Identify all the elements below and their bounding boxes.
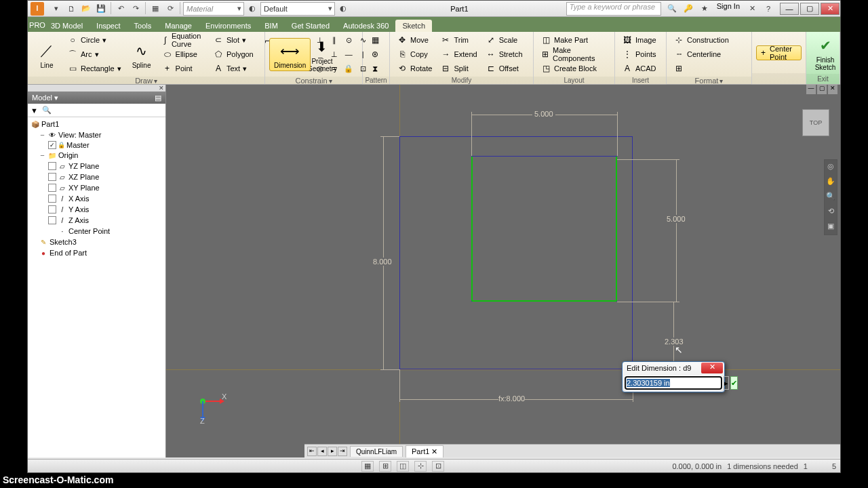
material-picker[interactable]: ◐	[245, 2, 259, 16]
browser-close-icon[interactable]: ✕	[28, 85, 165, 92]
tab-a360[interactable]: Autodesk 360	[336, 20, 395, 32]
collinear-icon[interactable]: ⎯	[313, 47, 327, 61]
tree-zaxis[interactable]: /Z Axis	[29, 215, 164, 226]
finish-sketch-button[interactable]: ✔Finish Sketch	[810, 33, 840, 73]
split-button[interactable]: ⊟Split	[437, 62, 479, 75]
qat-undo[interactable]: ↶	[114, 2, 127, 16]
panel-draw[interactable]: Draw ▾	[28, 77, 264, 85]
sketch-canvas[interactable]: — ▢ ✕ 5.000 8.000	[166, 85, 840, 458]
minimize-button[interactable]: —	[780, 3, 799, 15]
viewcube[interactable]: TOP	[802, 109, 829, 136]
tree-centerpt[interactable]: ·Center Point	[29, 226, 164, 237]
trim-button[interactable]: ✂Trim	[437, 33, 479, 47]
key-icon[interactable]: 🔑	[682, 2, 695, 16]
tab-sketch[interactable]: Sketch	[395, 20, 432, 32]
spline-button[interactable]: ∿Spline	[127, 39, 157, 70]
equal-icon[interactable]: =	[328, 62, 341, 75]
doctab-close-icon[interactable]: ✕	[431, 447, 437, 455]
doctab-part[interactable]: Part1 ✕	[406, 445, 443, 458]
st-slice-icon[interactable]: ◫	[397, 461, 409, 472]
appearance-combo[interactable]: Default	[260, 2, 335, 16]
circle-button[interactable]: ○Circle▾	[64, 33, 124, 47]
perpendicular-icon[interactable]: ⊥	[328, 47, 341, 61]
acad-button[interactable]: AACAD	[619, 62, 659, 75]
tree-sketch[interactable]: ✎Sketch3	[29, 237, 164, 247]
panel-constrain[interactable]: Constrain ▾	[265, 77, 362, 85]
st-show-icon[interactable]: ⊡	[432, 461, 444, 472]
fix-icon[interactable]: 🔒	[342, 62, 355, 75]
concentric-icon[interactable]: ◎	[313, 62, 327, 75]
point-button[interactable]: +Point	[159, 62, 208, 75]
tab-environments[interactable]: Environments	[199, 20, 258, 32]
tab-manage[interactable]: Manage	[158, 20, 199, 32]
tab-tools[interactable]: Tools	[127, 20, 159, 32]
search-icon[interactable]: 🔍	[665, 2, 679, 16]
tab-bim[interactable]: BIM	[258, 20, 285, 32]
mirror-button[interactable]: ⧗	[367, 62, 383, 75]
tab-prev-icon[interactable]: ◂	[317, 447, 327, 456]
tree-origin[interactable]: −📁Origin	[29, 150, 164, 161]
exchange-icon[interactable]: ✕	[745, 2, 759, 16]
dim-d1[interactable]: 5.000	[532, 110, 555, 118]
doc-max-icon[interactable]: ▢	[817, 85, 827, 94]
showformat-button[interactable]: ⊞	[671, 62, 732, 75]
tree-eop[interactable]: ●End of Part	[29, 247, 164, 258]
dialog-close-button[interactable]: ✕	[701, 363, 723, 373]
qat-new[interactable]: 🗋	[64, 2, 78, 16]
dimension-dropdown[interactable]: ▸	[724, 376, 729, 390]
maximize-button[interactable]: ▢	[800, 3, 819, 15]
qat-open-file[interactable]: 📂	[79, 2, 93, 16]
help-search[interactable]: Type a keyword or phrase	[566, 2, 661, 16]
centerpoint-button[interactable]: +Center Point	[756, 45, 802, 60]
parallel-icon[interactable]: ∥	[328, 33, 341, 47]
qat-select[interactable]: ▦	[149, 2, 162, 16]
doctab-file[interactable]: QuinnLFLiam	[350, 446, 403, 457]
master-check[interactable]	[48, 141, 56, 149]
qat-open[interactable]: ▾	[50, 2, 63, 16]
tree-xaxis[interactable]: /X Axis	[29, 193, 164, 204]
eqcurve-button[interactable]: ∫Equation Curve	[159, 33, 208, 47]
qat-redo[interactable]: ↷	[129, 2, 142, 16]
doc-close-icon[interactable]: ✕	[828, 85, 837, 94]
arc-button[interactable]: ⌒Arc▾	[64, 47, 124, 61]
dim-d3[interactable]: 8.000	[373, 258, 392, 266]
text-button[interactable]: AText▾	[210, 62, 256, 75]
signin-link[interactable]: Sign In	[714, 2, 743, 16]
st-grid-icon[interactable]: ⊞	[379, 461, 391, 472]
tree-master[interactable]: 🔒Master	[29, 140, 164, 150]
construction-button[interactable]: ⊹Construction	[671, 33, 732, 47]
tab-inspect[interactable]: Inspect	[90, 20, 127, 32]
app-logo[interactable]: I	[31, 2, 44, 16]
tangent-icon[interactable]: ⊙	[342, 33, 355, 47]
tab-first-icon[interactable]: ⇤	[307, 447, 317, 456]
star-icon[interactable]: ★	[698, 2, 711, 16]
move-button[interactable]: ✥Move	[394, 33, 435, 47]
tab-getstarted[interactable]: Get Started	[285, 20, 336, 32]
panel-format[interactable]: Format ▾	[667, 77, 751, 85]
image-button[interactable]: 🖼Image	[619, 33, 659, 47]
horizontal-icon[interactable]: —	[342, 47, 355, 61]
polygon-button[interactable]: ⬠Polygon	[210, 47, 256, 61]
makecomp-button[interactable]: ⊞Make Components	[538, 47, 610, 61]
dimension-accept-button[interactable]: ✔	[730, 376, 738, 390]
tab-3dmodel[interactable]: 3D Model	[44, 20, 90, 32]
copy-button[interactable]: ⎘Copy	[394, 47, 435, 61]
filter-icon[interactable]: ▼	[31, 106, 38, 115]
offset-button[interactable]: ⊏Offset	[483, 62, 526, 75]
find-icon[interactable]: 🔍	[42, 106, 52, 115]
dimension-value-input[interactable]	[625, 376, 722, 390]
pattern-rect-button[interactable]: ▦	[367, 33, 383, 47]
makepart-button[interactable]: ◫Make Part	[538, 33, 610, 47]
rotate-button[interactable]: ⟲Rotate	[394, 62, 435, 75]
appearance-picker[interactable]: ◐	[336, 2, 350, 16]
rectangle-button[interactable]: ▭Rectangle▾	[64, 62, 124, 75]
pattern-circ-button[interactable]: ⊛	[367, 47, 383, 61]
extend-button[interactable]: →Extend	[437, 47, 479, 61]
tree-xz[interactable]: ▱XZ Plane	[29, 171, 164, 182]
tree-xy[interactable]: ▱XY Plane	[29, 182, 164, 193]
tree-part[interactable]: 📦Part1	[29, 119, 164, 129]
nav-wheel-icon[interactable]: ◎	[825, 162, 836, 173]
tree-yaxis[interactable]: /Y Axis	[29, 204, 164, 215]
nav-orbit-icon[interactable]: ⟲	[825, 207, 836, 218]
tree-view[interactable]: −👁View: Master	[29, 129, 164, 140]
